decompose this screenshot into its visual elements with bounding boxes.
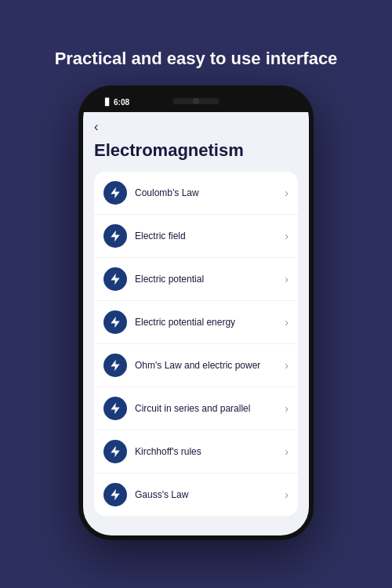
svg-marker-0 [111,188,120,198]
topic-icon [103,267,127,291]
list-item[interactable]: Gauss's Law› [94,474,298,516]
topic-icon [103,354,127,377]
svg-marker-3 [111,318,120,328]
topic-label: Gauss's Law [135,489,285,500]
topic-icon [103,224,127,248]
svg-marker-5 [111,404,120,414]
list-item[interactable]: Coulomb's Law› [94,172,298,215]
topic-icon [103,440,127,463]
status-bar: ▊ 6:08 [96,96,139,107]
chevron-right-icon: › [285,187,289,199]
list-item[interactable]: Electric field› [94,215,298,258]
svg-marker-7 [111,490,120,500]
svg-marker-1 [111,231,120,241]
chevron-right-icon: › [285,359,289,372]
topics-list: Coulomb's Law› Electric field› Electric … [94,172,298,516]
phone-mockup: ▊ 6:08 ‹ Electromagnetism Coulomb's Law›… [78,85,314,540]
list-item[interactable]: Kirchhoff's rules› [94,430,298,474]
page-title: Electromagnetism [94,140,298,161]
chevron-right-icon: › [285,402,289,415]
topic-label: Circuit in series and parallel [135,403,285,414]
topic-label: Electric potential [135,274,285,285]
list-item[interactable]: Electric potential› [94,258,298,301]
notch-camera [193,98,199,104]
chevron-right-icon: › [285,488,289,501]
list-item[interactable]: Electric potential energy› [94,301,298,344]
chevron-right-icon: › [285,230,289,242]
app-headline: Practical and easy to use interface [31,48,361,71]
topic-label: Electric field [135,230,285,241]
chevron-right-icon: › [285,316,289,328]
status-time: 6:08 [114,98,129,107]
topic-icon [103,181,127,205]
screen-inner: ‹ Electromagnetism Coulomb's Law› Electr… [83,112,309,535]
svg-marker-4 [111,361,120,371]
list-item[interactable]: Circuit in series and parallel› [94,387,298,430]
topic-label: Kirchhoff's rules [135,446,285,457]
topic-icon [103,310,127,334]
phone-notch: ▊ 6:08 [83,90,309,112]
topic-icon [103,397,127,420]
battery-icon: ▊ [105,98,111,106]
topic-label: Coulomb's Law [135,187,285,198]
topic-label: Ohm's Law and electric power [135,360,285,371]
phone-frame: ▊ 6:08 ‹ Electromagnetism Coulomb's Law›… [78,85,314,540]
chevron-right-icon: › [285,445,289,458]
svg-marker-2 [111,274,120,285]
back-button[interactable]: ‹ [94,120,298,134]
screen-content: ‹ Electromagnetism Coulomb's Law› Electr… [83,112,309,535]
topic-label: Electric potential energy [135,317,285,328]
list-item[interactable]: Ohm's Law and electric power› [94,344,298,387]
chevron-right-icon: › [285,273,289,285]
svg-marker-6 [111,447,120,457]
topic-icon [103,483,127,506]
